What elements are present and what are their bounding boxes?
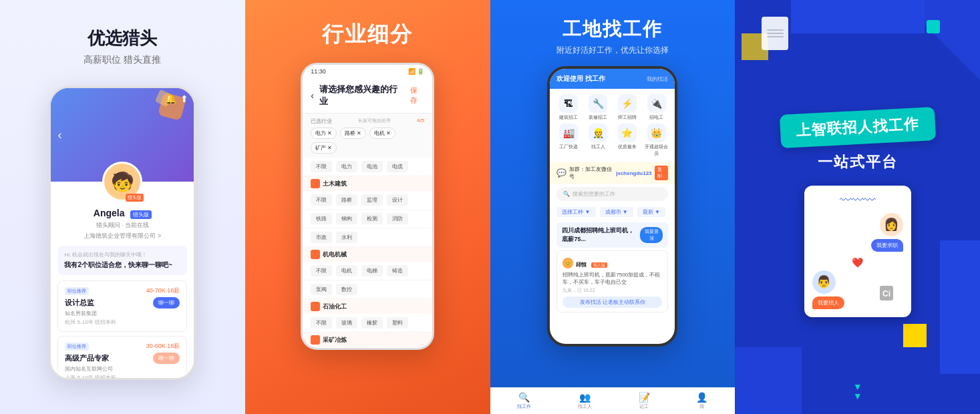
filter-sort[interactable]: 最新 ▼ [637,207,665,217]
icon-construction[interactable]: 🏗 建筑招工 [555,94,582,121]
user-company: 上海德筑企业管理有限公司 > [61,232,184,240]
icon-factory[interactable]: 🏭 工厂快递 [555,124,582,157]
phone2-header: ‹ 请选择您感兴趣的行业 保存 [303,78,432,114]
road-tag[interactable]: 路桥 [336,194,357,206]
panel-construction: 工地找工作 附近好活好工作，优先让你选择 欢迎使用 找工作 我的找活 🏗 建筑招… [490,0,736,414]
fire-tag[interactable]: 消防 [387,213,408,224]
search-bar[interactable]: 🔍 搜索您想要的工作 [556,187,668,201]
selected-tag-power[interactable]: 电力 ✕ [311,128,337,139]
panel1-title: 优选猎头 [88,27,157,50]
back-icon[interactable]: ‹ [57,128,61,142]
plastic-tag[interactable]: 塑料 [387,317,408,329]
factory-label: 工厂快递 [559,144,578,150]
filter-city[interactable]: 成都市 ▼ [600,207,633,217]
upload-icon[interactable]: ⬆ [180,93,188,104]
motor-tag[interactable]: 电机 [336,265,357,276]
civil-label: 土木建筑 [323,180,347,188]
cable-tag[interactable]: 电缆 [387,161,408,172]
cnc-tag[interactable]: 数控 [336,284,357,295]
selected-tag-motor[interactable]: 电机 ✕ [369,128,395,139]
vip-label: 开通超级会员 [643,144,670,157]
power-unlimited[interactable]: 不限 [311,161,332,172]
job-apply-button[interactable]: 我要置顶 [640,227,663,243]
vip-icon: 👑 [647,124,666,142]
panel3-subtitle: 附近好活好工作，优先让你选择 [556,45,669,56]
icon-worker[interactable]: 👷 找工人 [585,124,611,157]
save-button[interactable]: 保存 [410,85,425,106]
civil-unlimited[interactable]: 不限 [311,194,332,206]
electrician-label: 招电工 [649,114,663,121]
panel-zhilian: 上智联招人找工作 一站式平台 〰〰〰 👩 我要求职 ❤️ 👨 我要招人 [735,0,980,414]
phone3-header: 欢迎使用 找工作 我的找活 [550,69,675,89]
person1-chat-area: 👩 我要求职 [812,213,903,252]
filter-job-type[interactable]: 选择工种 ▼ [556,207,595,217]
design-tag[interactable]: 设计 [387,194,408,206]
battery-tag[interactable]: 电池 [361,161,383,172]
mech-unlimited[interactable]: 不限 [311,265,332,276]
hydraulic-tag[interactable]: 水利 [336,232,357,243]
job2-chat-button[interactable]: 聊一聊 [153,353,180,364]
job2-person: 😊 邱恒 招人版 [562,257,662,269]
construction-label: 建筑招工 [559,114,578,121]
glass-tag[interactable]: 玻璃 [336,317,357,329]
mining-label: 采矿冶炼 [323,336,347,345]
deco-triangle-1 [900,0,980,80]
elevator-tag[interactable]: 电梯 [361,265,383,276]
notification-icon[interactable]: 🔔 [165,93,176,104]
job1-title: 设计总监 [65,298,94,308]
icon-grid: 🏗 建筑招工 🔧 装修招工 ⚡ 焊工招聘 🔌 招电工 🏭 工厂快递 👷 找 [550,89,675,162]
steel-tag[interactable]: 钢构 [336,213,357,224]
icon-renovation[interactable]: 🔧 装修招工 [585,94,611,121]
mining-row1: 不限 矿产 钢铁 煤炭 [303,347,432,350]
railway-tag[interactable]: 铁路 [311,213,332,224]
electrician-icon: 🔌 [647,94,666,113]
icon-vip[interactable]: 👑 开通超级会员 [643,124,670,157]
wechat-text: 加群：加工友微信号 [569,166,613,180]
arrow-icon-2: ▼ [853,391,862,401]
civil-icon [311,179,320,188]
copy-button[interactable]: 复制 [655,166,669,180]
job2-location: 九泉... [562,288,576,292]
wechat-id[interactable]: jxchengdu123 [616,170,651,176]
title-line1: 上智联招人找工作 [796,116,919,139]
back-button-2[interactable]: ‹ [311,90,314,101]
job1-chat-button[interactable]: 聊一聊 [153,297,180,308]
user-name: Angela [94,208,125,218]
job-listing-1: 四川成都招聘纯上班司机，底薪75... 我要置顶 [556,222,668,248]
job2-avatar: 😊 [562,258,573,268]
deco-teal-1 [927,20,940,33]
petro-unlimited[interactable]: 不限 [311,317,332,329]
job2-name: 邱恒 [576,262,587,268]
icon-quality[interactable]: ⭐ 优质服务 [614,124,641,157]
person1-message[interactable]: 我要求职 [871,239,903,252]
selected-hint: 长按可拖动排序 [358,118,391,125]
mech-category: 机电机械 [303,247,432,262]
quality-icon: ⭐ [618,124,637,142]
job-card-1: 职位推荐 40-70K·16薪 设计总监 聊一聊 知名男装集团 杭州 5-10年… [57,280,187,332]
chat-message: Hi, 机会就出现在与我的聊天中哦！ 我有2个职位适合您，快来聊一聊吧~ [57,246,187,275]
user-type-badge: 猎头版 [126,194,144,202]
inspection-tag[interactable]: 检测 [361,213,383,224]
icon-electrician[interactable]: 🔌 招电工 [643,94,670,121]
publish-activity-button[interactable]: 发布找活 让老板主动联系你 [562,296,662,308]
job2-title: 高级产品专家 [65,353,109,363]
casting-tag[interactable]: 铸造 [387,265,408,276]
phone3-right: 我的找活 [647,75,668,83]
chat-greeting: Hi, 机会就出现在与我的聊天中哦！ [64,251,180,258]
person2-avatar: 👨 [812,270,836,294]
supervision-tag[interactable]: 监理 [361,194,383,206]
civil-category: 土木建筑 [303,176,432,191]
welder-label: 焊工招聘 [618,114,637,121]
civil-row2: 铁路 钢构 检测 消防 [303,210,432,228]
person2-message[interactable]: 我要招人 [812,296,844,309]
icon-welder[interactable]: ⚡ 焊工招聘 [614,94,641,121]
time-display: 11:30 [311,68,326,75]
wechat-group-section: 💬 加群：加工友微信号 jxchengdu123 复制 [550,162,675,184]
chat-interface: 〰〰〰 👩 我要求职 ❤️ 👨 我要招人 [804,186,911,317]
selected-tag-road[interactable]: 路桥 ✕ [340,128,366,139]
municipal-tag[interactable]: 市政 [311,232,332,243]
selected-tag-mining[interactable]: 矿产 ✕ [311,142,337,154]
rubber-tag[interactable]: 橡胶 [361,317,383,329]
pump-tag[interactable]: 泵阀 [311,284,332,295]
power-tag[interactable]: 电力 [336,161,357,172]
